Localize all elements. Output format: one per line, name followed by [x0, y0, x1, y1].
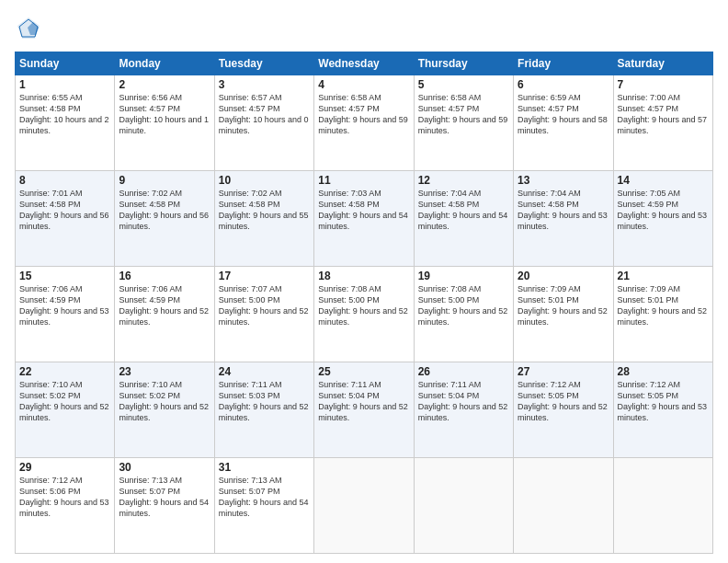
day-info: Sunrise: 7:02 AMSunset: 4:58 PMDaylight:…	[219, 189, 309, 231]
calendar-cell	[514, 458, 613, 554]
day-info: Sunrise: 7:10 AMSunset: 5:02 PMDaylight:…	[19, 380, 109, 422]
calendar-cell: 19Sunrise: 7:08 AMSunset: 5:00 PMDayligh…	[414, 267, 513, 362]
week-row: 1Sunrise: 6:55 AMSunset: 4:58 PMDaylight…	[16, 75, 713, 171]
calendar-cell	[613, 458, 712, 554]
weekday-header-sunday: Sunday	[16, 52, 115, 75]
weekday-header-friday: Friday	[514, 52, 613, 75]
calendar-cell: 16Sunrise: 7:06 AMSunset: 4:59 PMDayligh…	[115, 267, 214, 362]
day-number: 13	[518, 174, 609, 187]
day-number: 21	[618, 270, 709, 282]
calendar-cell: 28Sunrise: 7:12 AMSunset: 5:05 PMDayligh…	[613, 362, 712, 458]
day-number: 11	[318, 174, 409, 187]
day-info: Sunrise: 6:56 AMSunset: 4:57 PMDaylight:…	[119, 93, 209, 135]
day-info: Sunrise: 7:09 AMSunset: 5:01 PMDaylight:…	[518, 284, 608, 327]
day-info: Sunrise: 7:04 AMSunset: 4:58 PMDaylight:…	[518, 189, 608, 231]
day-info: Sunrise: 7:13 AMSunset: 5:07 PMDaylight:…	[119, 476, 209, 518]
day-info: Sunrise: 7:04 AMSunset: 4:58 PMDaylight:…	[418, 189, 508, 231]
day-number: 5	[418, 78, 509, 91]
calendar-cell: 18Sunrise: 7:08 AMSunset: 5:00 PMDayligh…	[314, 267, 414, 362]
calendar-cell: 24Sunrise: 7:11 AMSunset: 5:03 PMDayligh…	[214, 362, 313, 458]
day-number: 24	[219, 365, 310, 378]
calendar-cell: 9Sunrise: 7:02 AMSunset: 4:58 PMDaylight…	[115, 171, 214, 267]
week-row: 29Sunrise: 7:12 AMSunset: 5:06 PMDayligh…	[16, 458, 713, 554]
day-info: Sunrise: 7:12 AMSunset: 5:05 PMDaylight:…	[618, 380, 708, 422]
day-number: 26	[418, 365, 509, 378]
calendar-cell: 12Sunrise: 7:04 AMSunset: 4:58 PMDayligh…	[414, 171, 513, 267]
calendar-cell: 26Sunrise: 7:11 AMSunset: 5:04 PMDayligh…	[414, 362, 513, 458]
day-number: 22	[19, 365, 110, 378]
calendar-cell: 1Sunrise: 6:55 AMSunset: 4:58 PMDaylight…	[16, 75, 115, 171]
calendar-cell: 7Sunrise: 7:00 AMSunset: 4:57 PMDaylight…	[613, 75, 712, 171]
day-number: 8	[19, 174, 110, 187]
calendar-cell: 21Sunrise: 7:09 AMSunset: 5:01 PMDayligh…	[613, 267, 712, 362]
day-number: 30	[119, 461, 210, 474]
day-number: 15	[19, 270, 110, 282]
day-info: Sunrise: 7:02 AMSunset: 4:58 PMDaylight:…	[119, 189, 209, 231]
calendar-cell: 14Sunrise: 7:05 AMSunset: 4:59 PMDayligh…	[613, 171, 712, 267]
day-number: 2	[119, 78, 210, 91]
calendar-cell: 11Sunrise: 7:03 AMSunset: 4:58 PMDayligh…	[314, 171, 414, 267]
calendar-cell: 15Sunrise: 7:06 AMSunset: 4:59 PMDayligh…	[16, 267, 115, 362]
day-number: 23	[119, 365, 210, 378]
day-info: Sunrise: 7:10 AMSunset: 5:02 PMDaylight:…	[119, 380, 209, 422]
calendar-cell: 13Sunrise: 7:04 AMSunset: 4:58 PMDayligh…	[514, 171, 613, 267]
weekday-header-saturday: Saturday	[613, 52, 712, 75]
day-number: 12	[418, 174, 509, 187]
calendar-cell: 23Sunrise: 7:10 AMSunset: 5:02 PMDayligh…	[115, 362, 214, 458]
calendar-cell: 3Sunrise: 6:57 AMSunset: 4:57 PMDaylight…	[214, 75, 313, 171]
day-number: 19	[418, 270, 509, 282]
calendar-cell: 31Sunrise: 7:13 AMSunset: 5:07 PMDayligh…	[214, 458, 313, 554]
day-number: 3	[219, 78, 310, 91]
day-info: Sunrise: 6:58 AMSunset: 4:57 PMDaylight:…	[318, 93, 408, 135]
day-info: Sunrise: 7:11 AMSunset: 5:04 PMDaylight:…	[318, 380, 408, 422]
day-number: 1	[19, 78, 110, 91]
calendar-cell: 27Sunrise: 7:12 AMSunset: 5:05 PMDayligh…	[514, 362, 613, 458]
day-info: Sunrise: 7:07 AMSunset: 5:00 PMDaylight:…	[219, 284, 309, 327]
week-row: 15Sunrise: 7:06 AMSunset: 4:59 PMDayligh…	[16, 267, 713, 362]
calendar-cell: 29Sunrise: 7:12 AMSunset: 5:06 PMDayligh…	[16, 458, 115, 554]
calendar-cell: 2Sunrise: 6:56 AMSunset: 4:57 PMDaylight…	[115, 75, 214, 171]
day-number: 29	[19, 461, 110, 474]
calendar-cell: 10Sunrise: 7:02 AMSunset: 4:58 PMDayligh…	[214, 171, 313, 267]
weekday-header-wednesday: Wednesday	[314, 52, 414, 75]
weekday-header-tuesday: Tuesday	[214, 52, 313, 75]
calendar-cell: 25Sunrise: 7:11 AMSunset: 5:04 PMDayligh…	[314, 362, 414, 458]
day-info: Sunrise: 6:55 AMSunset: 4:58 PMDaylight:…	[19, 93, 109, 135]
day-info: Sunrise: 6:58 AMSunset: 4:57 PMDaylight:…	[418, 93, 508, 135]
day-number: 31	[219, 461, 310, 474]
day-info: Sunrise: 7:13 AMSunset: 5:07 PMDaylight:…	[219, 476, 309, 518]
day-number: 27	[518, 365, 609, 378]
weekday-header-thursday: Thursday	[414, 52, 513, 75]
day-info: Sunrise: 7:00 AMSunset: 4:57 PMDaylight:…	[618, 93, 708, 135]
day-number: 28	[618, 365, 709, 378]
calendar-cell: 17Sunrise: 7:07 AMSunset: 5:00 PMDayligh…	[214, 267, 313, 362]
day-number: 6	[518, 78, 609, 91]
day-info: Sunrise: 6:57 AMSunset: 4:57 PMDaylight:…	[219, 93, 309, 135]
day-info: Sunrise: 7:05 AMSunset: 4:59 PMDaylight:…	[618, 189, 708, 231]
day-info: Sunrise: 6:59 AMSunset: 4:57 PMDaylight:…	[518, 93, 608, 135]
day-info: Sunrise: 7:01 AMSunset: 4:58 PMDaylight:…	[19, 189, 109, 231]
day-number: 7	[618, 78, 709, 91]
day-number: 20	[518, 270, 609, 282]
day-info: Sunrise: 7:03 AMSunset: 4:58 PMDaylight:…	[318, 189, 408, 231]
calendar-cell: 6Sunrise: 6:59 AMSunset: 4:57 PMDaylight…	[514, 75, 613, 171]
day-number: 25	[318, 365, 409, 378]
day-info: Sunrise: 7:11 AMSunset: 5:03 PMDaylight:…	[219, 380, 309, 422]
day-number: 10	[219, 174, 310, 187]
week-row: 8Sunrise: 7:01 AMSunset: 4:58 PMDaylight…	[16, 171, 713, 267]
calendar-cell: 20Sunrise: 7:09 AMSunset: 5:01 PMDayligh…	[514, 267, 613, 362]
logo-area	[15, 15, 46, 42]
calendar-header: SundayMondayTuesdayWednesdayThursdayFrid…	[16, 52, 713, 75]
calendar-cell: 30Sunrise: 7:13 AMSunset: 5:07 PMDayligh…	[115, 458, 214, 554]
header	[15, 15, 713, 42]
day-number: 4	[318, 78, 409, 91]
calendar-cell: 8Sunrise: 7:01 AMSunset: 4:58 PMDaylight…	[16, 171, 115, 267]
day-info: Sunrise: 7:12 AMSunset: 5:06 PMDaylight:…	[19, 476, 109, 518]
calendar-cell: 22Sunrise: 7:10 AMSunset: 5:02 PMDayligh…	[16, 362, 115, 458]
day-info: Sunrise: 7:11 AMSunset: 5:04 PMDaylight:…	[418, 380, 508, 422]
week-row: 22Sunrise: 7:10 AMSunset: 5:02 PMDayligh…	[16, 362, 713, 458]
day-number: 16	[119, 270, 210, 282]
calendar-body: 1Sunrise: 6:55 AMSunset: 4:58 PMDaylight…	[16, 75, 713, 554]
calendar-table: SundayMondayTuesdayWednesdayThursdayFrid…	[15, 52, 713, 554]
day-number: 17	[219, 270, 310, 282]
